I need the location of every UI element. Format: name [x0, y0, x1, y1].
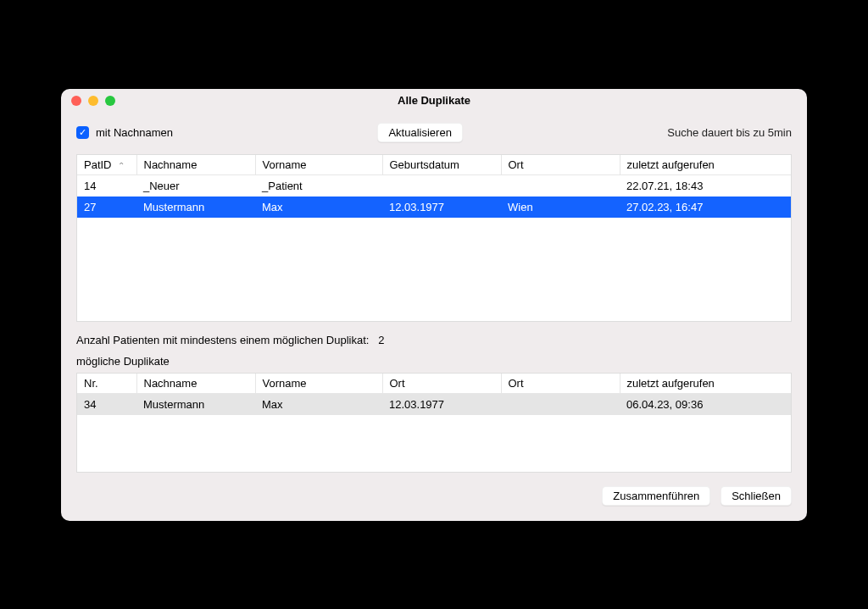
col-patid-label: PatID [84, 158, 112, 171]
cell-nachname: Mustermann [136, 393, 255, 415]
close-button[interactable]: Schließen [721, 486, 792, 506]
col-patid[interactable]: PatID ⌃ [77, 155, 136, 175]
col-vorname[interactable]: Vorname [255, 374, 382, 394]
footer: Zusammenführen Schließen [61, 473, 807, 521]
cell-ort: Wien [501, 197, 620, 218]
col-nr[interactable]: Nr. [77, 374, 136, 394]
cell-zuletzt: 27.02.23, 16:47 [620, 197, 791, 218]
check-icon: ✓ [76, 126, 89, 139]
toolbar: ✓ mit Nachnamen Aktualisieren Suche daue… [61, 113, 807, 154]
cell-ort1: 12.03.1977 [382, 393, 501, 415]
table-row[interactable]: 14 _Neuer _Patient 22.07.21, 18:43 [77, 174, 791, 197]
cell-ort [501, 174, 620, 197]
cell-patid: 14 [77, 174, 136, 197]
cell-zuletzt: 06.04.23, 09:36 [620, 393, 791, 415]
refresh-button[interactable]: Aktualisieren [377, 123, 462, 142]
col-ort[interactable]: Ort [501, 155, 620, 175]
cell-geb: 12.03.1977 [382, 197, 501, 218]
with-lastname-label: mit Nachnamen [96, 126, 173, 139]
cell-vorname: _Patient [255, 174, 382, 197]
with-lastname-checkbox[interactable]: ✓ mit Nachnamen [76, 126, 173, 139]
cell-nachname: _Neuer [136, 174, 255, 197]
maximize-icon[interactable] [105, 96, 115, 106]
titlebar: Alle Duplikate [61, 89, 807, 113]
cell-zuletzt: 22.07.21, 18:43 [620, 174, 791, 197]
duplicate-count: Anzahl Patienten mit mindestens einem mö… [76, 334, 792, 346]
patients-table: PatID ⌃ Nachname Vorname Geburtsdatum Or… [76, 154, 792, 322]
duplicate-count-value: 2 [378, 334, 384, 346]
col-nachname[interactable]: Nachname [136, 155, 255, 175]
search-duration-hint: Suche dauert bis zu 5min [667, 126, 792, 139]
possible-duplicates-heading: mögliche Duplikate [76, 355, 792, 368]
patients-header-row: PatID ⌃ Nachname Vorname Geburtsdatum Or… [77, 155, 791, 175]
merge-button[interactable]: Zusammenführen [602, 486, 710, 506]
table-row[interactable]: 27 Mustermann Max 12.03.1977 Wien 27.02.… [77, 197, 791, 218]
cell-nachname: Mustermann [136, 197, 255, 218]
col-ort1[interactable]: Ort [382, 374, 501, 394]
window-title: Alle Duplikate [71, 94, 797, 107]
table-row[interactable]: 34 Mustermann Max 12.03.1977 06.04.23, 0… [77, 393, 791, 415]
col-ort2[interactable]: Ort [501, 374, 620, 394]
close-icon[interactable] [71, 96, 81, 106]
cell-ort2 [501, 393, 620, 415]
traffic-lights [71, 96, 115, 106]
minimize-icon[interactable] [88, 96, 98, 106]
cell-geb [382, 174, 501, 197]
col-nachname[interactable]: Nachname [136, 374, 255, 394]
col-zuletzt[interactable]: zuletzt aufgerufen [620, 155, 791, 175]
cell-vorname: Max [255, 197, 382, 218]
col-geb[interactable]: Geburtsdatum [382, 155, 501, 175]
duplicates-header-row: Nr. Nachname Vorname Ort Ort zuletzt auf… [77, 374, 791, 394]
col-zuletzt[interactable]: zuletzt aufgerufen [620, 374, 791, 394]
duplicate-count-label: Anzahl Patienten mit mindestens einem mö… [76, 334, 369, 346]
col-vorname[interactable]: Vorname [255, 155, 382, 175]
cell-nr: 34 [77, 393, 136, 415]
cell-vorname: Max [255, 393, 382, 415]
cell-patid: 27 [77, 197, 136, 218]
window: Alle Duplikate ✓ mit Nachnamen Aktualisi… [61, 89, 807, 521]
chevron-up-icon: ⌃ [118, 161, 125, 170]
duplicates-table: Nr. Nachname Vorname Ort Ort zuletzt auf… [76, 373, 792, 473]
